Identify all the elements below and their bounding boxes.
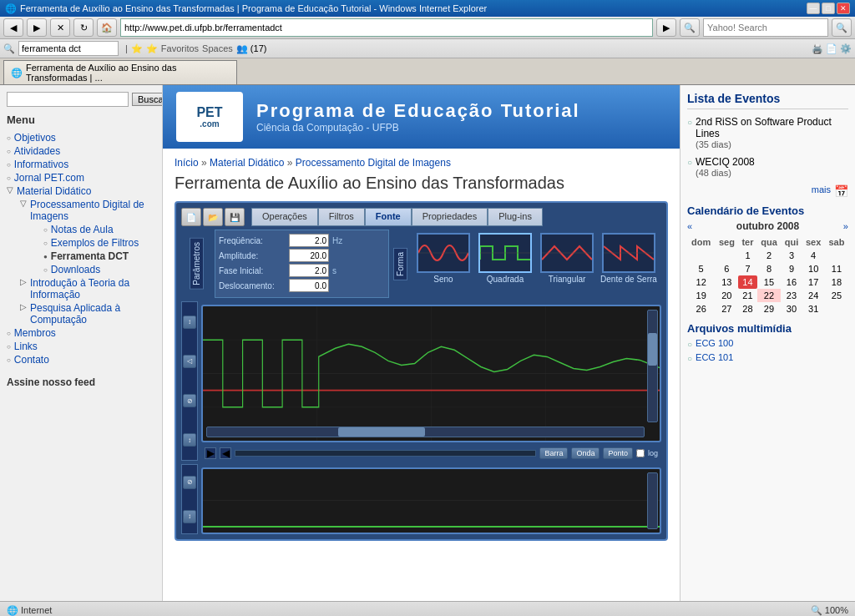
sidebar-item-introducao[interactable]: ▷ Introdução à Teoria da Informação [20,276,155,301]
back-button[interactable]: ◀ [3,18,23,37]
cal-day-cell[interactable]: 10 [802,262,824,275]
cal-day-cell[interactable]: 30 [781,302,802,316]
toolbar-label-spaces[interactable]: Spaces [202,43,233,53]
sidebar-item-informativos[interactable]: ○ Informativos [7,158,155,171]
cal-day-cell[interactable]: 27 [715,302,738,316]
param-input-amp[interactable] [289,249,329,262]
cal-day-cell[interactable]: 24 [802,289,824,302]
cal-day-cell[interactable]: 16 [781,275,802,289]
sidebar-item-links[interactable]: ○ Links [7,340,155,353]
sidebar-item-processamento[interactable]: ▽ Processamento Digital de Imagens [20,198,155,223]
sidebar-item-notas[interactable]: ○ Notas de Aula [43,223,155,236]
param-input-desl[interactable] [289,279,329,292]
sidebar-item-contato[interactable]: ○ Contato [7,353,155,366]
mais-link[interactable]: mais [812,184,831,198]
tab-fonte[interactable]: Fonte [365,208,412,226]
osc-onda-btn[interactable]: Onda [571,447,600,459]
search-go-button[interactable]: 🔍 [832,18,852,37]
param-input-fase[interactable] [289,264,329,277]
wave-btn-triangular[interactable]: Triangular [538,233,596,295]
home-button[interactable]: 🏠 [97,18,117,37]
tool-icon-1[interactable]: 📄 [181,208,201,226]
mm-link-2[interactable]: ECG 101 [696,352,733,363]
osc-timeline[interactable] [235,450,536,457]
close-button[interactable]: ✕ [837,3,850,14]
osc-ctrl-1[interactable]: ↕ [183,316,196,329]
sidebar-item-pesquisa[interactable]: ▷ Pesquisa Aplicada à Computação [20,301,155,326]
cal-day-cell[interactable]: 17 [802,275,824,289]
address-bar[interactable] [120,18,653,37]
toolbar-contacts[interactable]: 👥 (17) [236,43,267,54]
cal-day-cell[interactable]: 1 [738,249,756,262]
cal-day-cell[interactable]: 19 [687,289,715,302]
cal-day-cell[interactable]: 29 [757,302,782,316]
breadcrumb-processamento[interactable]: Processamento Digital de Imagens [296,157,451,169]
search-bar-input[interactable] [18,41,119,56]
mm-link-1[interactable]: ECG 100 [696,338,733,349]
cal-day-cell[interactable]: 26 [687,302,715,316]
osc-stop-btn[interactable]: ◀ [220,447,231,459]
wave-btn-dente-de-serra[interactable]: Dente de Serra [600,233,658,295]
tool-icon-3[interactable]: 💾 [225,208,245,226]
main-tab[interactable]: 🌐 Ferramenta de Auxílio ao Ensino das Tr… [3,60,237,84]
cal-day-cell[interactable]: 4 [802,249,824,262]
cal-day-cell[interactable]: 9 [781,262,802,275]
sidebar-item-membros[interactable]: ○ Membros [7,326,155,340]
add-favorites-icon[interactable]: ⭐ [131,43,143,54]
tab-operacoes[interactable]: Operações [251,208,318,226]
osc-ctrl-4[interactable]: ↕ [183,433,196,447]
osc2-ctrl-1[interactable]: ⊘ [183,476,196,489]
breadcrumb-material[interactable]: Material Didático [210,157,284,169]
favorites-icon[interactable]: ⭐ [146,43,158,54]
cal-day-cell[interactable]: 21 [738,289,756,302]
cal-day-cell[interactable]: 7 [738,262,756,275]
buscar-button[interactable]: Buscar [132,93,163,106]
cal-day-cell[interactable]: 2 [757,249,782,262]
cal-day-cell[interactable]: 8 [757,262,782,275]
osc-scrollbar-bottom[interactable] [206,427,645,437]
cal-next-btn[interactable]: » [843,221,848,231]
sidebar-item-material[interactable]: ▽ Material Didático [7,184,155,198]
tool-icon-2[interactable]: 📂 [203,208,223,226]
cal-prev-btn[interactable]: « [687,221,692,231]
cal-day-cell[interactable]: 18 [825,275,848,289]
sidebar-item-exemplos[interactable]: ○ Exemplos de Filtros [43,236,155,250]
cal-day-cell[interactable]: 28 [738,302,756,316]
osc2-scrollbar-right[interactable] [647,472,658,529]
stop-button[interactable]: ✕ [50,18,70,37]
go-button[interactable]: ▶ [656,18,676,37]
cal-day-cell[interactable]: 22 [757,289,782,302]
sidebar-item-downloads[interactable]: ○ Downloads [43,263,155,276]
sidebar-item-atividades[interactable]: ○ Atividades [7,144,155,158]
osc-log-checkbox[interactable] [636,449,645,457]
cal-day-cell[interactable]: 6 [715,262,738,275]
cal-day-cell[interactable]: 14 [738,275,756,289]
osc-ponto-btn[interactable]: Ponto [603,447,633,459]
cal-day-cell[interactable]: 23 [781,289,802,302]
breadcrumb-inicio[interactable]: Início [175,157,199,169]
cal-day-cell[interactable]: 15 [757,275,782,289]
osc-play-btn[interactable]: ▶ [205,447,216,459]
cal-day-cell[interactable]: 31 [802,302,824,316]
osc-scrollbar-right[interactable] [647,310,658,422]
tab-filtros[interactable]: Filtros [318,208,365,226]
osc-barra-btn[interactable]: Barra [539,447,568,459]
sidebar-item-jornal[interactable]: ○ Jornal PET.com [7,171,155,184]
tab-plugins[interactable]: Plug-ins [488,208,543,226]
cal-day-cell[interactable]: 3 [781,249,802,262]
cal-day-cell[interactable]: 12 [687,275,715,289]
osc2-ctrl-2[interactable]: ↕ [183,510,196,523]
cal-day-cell[interactable]: 20 [715,289,738,302]
maximize-button[interactable]: □ [822,3,835,14]
cal-day-cell[interactable]: 11 [825,262,848,275]
sidebar-item-objetivos[interactable]: ○ Objetivos [7,131,155,144]
osc-ctrl-3[interactable]: ⊘ [183,394,196,407]
sidebar-search-input[interactable] [7,92,129,107]
wave-btn-seno[interactable]: Seno [414,233,473,295]
param-input-freq[interactable] [289,234,329,247]
cal-day-cell[interactable]: 25 [825,289,848,302]
search-input[interactable] [703,18,828,37]
wave-btn-quadrada[interactable]: Quadrada [476,233,534,295]
refresh-button[interactable]: ↻ [73,18,94,37]
osc-ctrl-2[interactable]: ◁ [183,355,196,368]
